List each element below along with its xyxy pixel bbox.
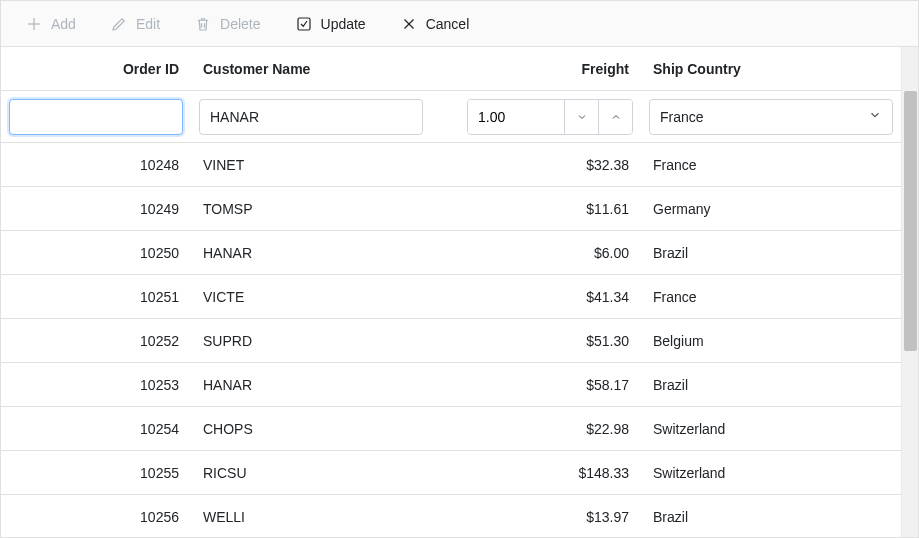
cell-orderid: 10249 xyxy=(1,201,191,217)
header-customer[interactable]: Customer Name xyxy=(191,61,431,77)
cell-ship: Switzerland xyxy=(641,421,901,437)
cell-orderid: 10253 xyxy=(1,377,191,393)
trash-icon xyxy=(194,15,212,33)
cell-ship: Brazil xyxy=(641,377,901,393)
orderid-input[interactable] xyxy=(9,99,183,135)
table-row[interactable]: 10256WELLI$13.97Brazil xyxy=(1,495,901,537)
add-label: Add xyxy=(51,16,76,32)
cell-ship: France xyxy=(641,289,901,305)
update-label: Update xyxy=(321,16,366,32)
edit-button[interactable]: Edit xyxy=(96,9,174,39)
ship-country-dropdown[interactable]: France xyxy=(649,99,893,135)
svg-rect-2 xyxy=(298,18,310,30)
table-row[interactable]: 10253HANAR$58.17Brazil xyxy=(1,363,901,407)
data-grid: Add Edit Delete Update Cancel xyxy=(0,0,919,538)
header-orderid[interactable]: Order ID xyxy=(1,61,191,77)
cell-customer: SUPRD xyxy=(191,333,431,349)
cell-freight: $148.33 xyxy=(431,465,641,481)
cell-orderid: 10254 xyxy=(1,421,191,437)
cell-ship: Brazil xyxy=(641,245,901,261)
cell-ship: France xyxy=(641,157,901,173)
header-ship[interactable]: Ship Country xyxy=(641,61,901,77)
pencil-icon xyxy=(110,15,128,33)
table-row[interactable]: 10250HANAR$6.00Brazil xyxy=(1,231,901,275)
cell-orderid: 10248 xyxy=(1,157,191,173)
grid-content: Order ID Customer Name Freight Ship Coun… xyxy=(1,47,901,537)
cell-customer: WELLI xyxy=(191,509,431,525)
cancel-button[interactable]: Cancel xyxy=(386,9,484,39)
cell-freight: $11.61 xyxy=(431,201,641,217)
cell-freight: $51.30 xyxy=(431,333,641,349)
cell-orderid: 10256 xyxy=(1,509,191,525)
freight-input[interactable] xyxy=(468,100,564,134)
cell-customer: VICTE xyxy=(191,289,431,305)
cell-orderid: 10250 xyxy=(1,245,191,261)
cell-customer: VINET xyxy=(191,157,431,173)
cell-freight: $22.98 xyxy=(431,421,641,437)
cancel-label: Cancel xyxy=(426,16,470,32)
plus-icon xyxy=(25,15,43,33)
cell-customer: HANAR xyxy=(191,245,431,261)
table-row[interactable]: 10255RICSU$148.33Switzerland xyxy=(1,451,901,495)
cell-customer: CHOPS xyxy=(191,421,431,437)
add-button[interactable]: Add xyxy=(11,9,90,39)
cell-customer: RICSU xyxy=(191,465,431,481)
freight-increment[interactable] xyxy=(598,100,632,134)
toolbar: Add Edit Delete Update Cancel xyxy=(1,1,918,47)
ship-country-value: France xyxy=(660,109,704,125)
cell-ship: Brazil xyxy=(641,509,901,525)
cell-freight: $58.17 xyxy=(431,377,641,393)
table-row[interactable]: 10252SUPRD$51.30Belgium xyxy=(1,319,901,363)
cell-freight: $13.97 xyxy=(431,509,641,525)
update-button[interactable]: Update xyxy=(281,9,380,39)
vertical-scrollbar[interactable] xyxy=(901,47,918,537)
scroll-thumb[interactable] xyxy=(904,91,917,351)
column-headers: Order ID Customer Name Freight Ship Coun… xyxy=(1,47,901,91)
cell-customer: HANAR xyxy=(191,377,431,393)
cell-ship: Germany xyxy=(641,201,901,217)
table-row[interactable]: 10254CHOPS$22.98Switzerland xyxy=(1,407,901,451)
cell-orderid: 10252 xyxy=(1,333,191,349)
customer-input[interactable] xyxy=(199,99,423,135)
edit-label: Edit xyxy=(136,16,160,32)
cell-freight: $32.38 xyxy=(431,157,641,173)
freight-decrement[interactable] xyxy=(564,100,598,134)
table-row[interactable]: 10248VINET$32.38France xyxy=(1,143,901,187)
table-row[interactable]: 10251VICTE$41.34France xyxy=(1,275,901,319)
delete-label: Delete xyxy=(220,16,260,32)
table-row[interactable]: 10249TOMSP$11.61Germany xyxy=(1,187,901,231)
freight-stepper xyxy=(467,99,633,135)
cell-customer: TOMSP xyxy=(191,201,431,217)
delete-button[interactable]: Delete xyxy=(180,9,274,39)
save-icon xyxy=(295,15,313,33)
cell-ship: Belgium xyxy=(641,333,901,349)
edit-row: France xyxy=(1,91,901,143)
cell-ship: Switzerland xyxy=(641,465,901,481)
cell-freight: $6.00 xyxy=(431,245,641,261)
cell-orderid: 10251 xyxy=(1,289,191,305)
header-freight[interactable]: Freight xyxy=(431,61,641,77)
chevron-down-icon xyxy=(868,108,882,125)
close-icon xyxy=(400,15,418,33)
cell-freight: $41.34 xyxy=(431,289,641,305)
cell-orderid: 10255 xyxy=(1,465,191,481)
